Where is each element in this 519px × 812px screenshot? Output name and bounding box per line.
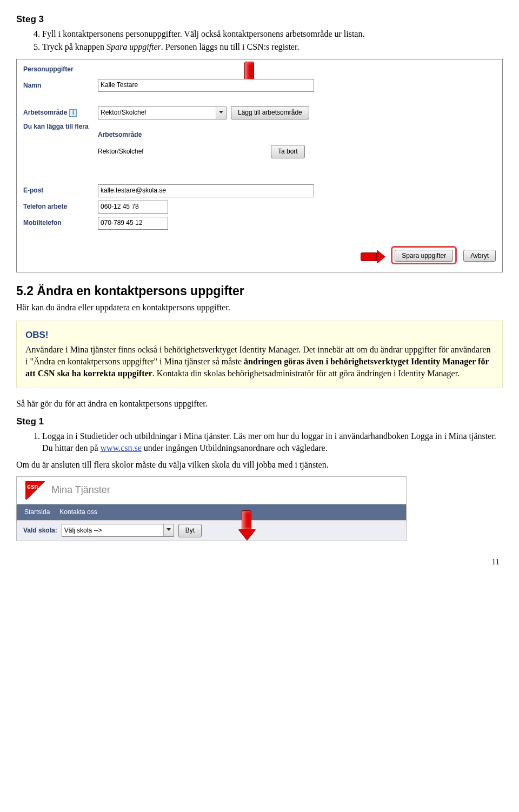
label-flera: Du kan lägga till flera	[23, 123, 94, 131]
input-mobil[interactable]: 070-789 45 12	[98, 217, 168, 230]
step1-item-1-post: under ingången Utbildningsanordnare och …	[142, 443, 328, 452]
byt-button[interactable]: Byt	[178, 524, 202, 537]
page-number: 11	[16, 556, 503, 568]
label-tel-arbete: Telefon arbete	[23, 202, 94, 211]
nav-kontakta[interactable]: Kontakta oss	[59, 508, 97, 517]
input-epost[interactable]: kalle.testare@skola.se	[98, 184, 314, 197]
csn-bar: Vald skola: Välj skola --> Byt	[17, 520, 406, 541]
subtable-header: Arbetsområde	[98, 130, 271, 141]
personuppgifter-form: Personuppgifter Namn Kalle Testare Arbet…	[16, 59, 503, 273]
select-skola-value: Välj skola -->	[64, 526, 102, 535]
label-arbetsomrade: Arbetsområdei	[23, 108, 94, 117]
select-skola[interactable]: Välj skola -->	[62, 524, 174, 537]
step1-heading: Steg 1	[16, 415, 503, 428]
step3-heading: Steg 3	[16, 13, 503, 26]
csn-title: Mina Tjänster	[51, 483, 110, 497]
section-5-2-heading: 5.2 Ändra en kontaktpersons uppgifter	[16, 282, 503, 299]
chevron-down-icon	[219, 111, 223, 114]
select-arbetsomrade[interactable]: Rektor/Skolchef	[98, 107, 227, 119]
step3-item-4: Fyll i kontaktpersonens personuppgifter.…	[42, 28, 503, 40]
step3-item-5-post: . Personen läggs nu till i CSN:s registe…	[161, 42, 300, 51]
input-tel-arbete[interactable]: 060-12 45 78	[98, 201, 168, 214]
step1-item-1: Logga in i Studietider och utbildningar …	[42, 430, 503, 455]
chevron-down-icon	[167, 528, 171, 531]
cancel-button[interactable]: Avbryt	[463, 250, 496, 262]
csn-header: csn Mina Tjänster	[17, 477, 406, 504]
save-highlight: Spara uppgifter	[391, 246, 457, 264]
section-5-2-intro: Här kan du ändra eller uppdatera en kont…	[16, 302, 503, 314]
step1-after: Om du är ansluten till flera skolor måst…	[16, 459, 503, 471]
form-legend: Personuppgifter	[23, 65, 496, 74]
add-arbetsomrade-button[interactable]: Lägg till arbetsområde	[231, 106, 309, 119]
vald-skola-label: Vald skola:	[23, 526, 57, 535]
select-arbetsomrade-value: Rektor/Skolchef	[101, 108, 147, 117]
subtable-row-value: Rektor/Skolchef	[98, 145, 271, 158]
obs-body-2: . Kontakta din skolas behörighetsadminis…	[152, 369, 460, 378]
nav-startsida[interactable]: Startsida	[24, 508, 50, 517]
csn-logo: csn	[25, 481, 47, 500]
input-namn[interactable]: Kalle Testare	[98, 79, 314, 92]
csn-link[interactable]: www.csn.se	[101, 443, 142, 452]
red-arrow-right-icon	[361, 250, 385, 264]
step3-item-5-italic: Spara uppgifter	[107, 42, 161, 51]
label-mobil: Mobiltelefon	[23, 218, 94, 228]
info-icon[interactable]: i	[69, 109, 77, 117]
obs-title: OBS!	[25, 329, 494, 342]
label-namn: Namn	[23, 81, 94, 90]
csn-screenshot: csn Mina Tjänster Startsida Kontakta oss…	[16, 476, 407, 541]
remove-button[interactable]: Ta bort	[271, 145, 305, 158]
red-arrow-down-icon-2	[238, 510, 255, 541]
csn-nav: Startsida Kontakta oss	[17, 504, 406, 520]
instructions-p: Så här gör du för att ändra en kontaktpe…	[16, 398, 503, 410]
label-epost: E-post	[23, 186, 94, 195]
step3-item-5-pre: Tryck på knappen	[42, 42, 107, 51]
obs-callout: OBS! Användare i Mina tjänster finns ock…	[16, 321, 503, 388]
save-button[interactable]: Spara uppgifter	[395, 250, 453, 262]
step3-item-5: Tryck på knappen Spara uppgifter. Person…	[42, 41, 503, 53]
